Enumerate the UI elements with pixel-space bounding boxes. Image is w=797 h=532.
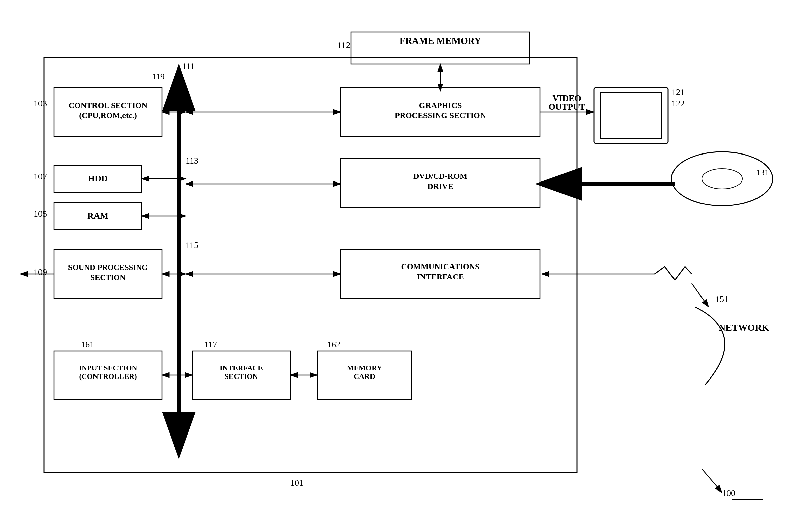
svg-text:115: 115 [186, 240, 198, 250]
svg-text:MEMORY: MEMORY [347, 364, 382, 372]
svg-text:COMMUNICATIONS: COMMUNICATIONS [401, 262, 480, 271]
svg-rect-21 [601, 93, 661, 138]
svg-text:OUTPUT: OUTPUT [549, 102, 585, 112]
svg-text:119: 119 [152, 72, 165, 81]
svg-text:113: 113 [186, 156, 198, 166]
svg-text:121: 121 [671, 88, 685, 97]
svg-text:100: 100 [722, 488, 735, 498]
svg-rect-4 [44, 57, 577, 472]
svg-rect-52 [192, 351, 290, 400]
arrows-svg: FRAME MEMORY CONTROL SECTION (CPU,ROM,et… [14, 14, 783, 519]
svg-rect-28 [341, 158, 540, 207]
svg-text:DRIVE: DRIVE [427, 182, 453, 191]
svg-text:RAM: RAM [88, 211, 108, 221]
svg-rect-35 [54, 250, 162, 299]
svg-text:CARD: CARD [354, 372, 375, 381]
svg-line-84 [702, 469, 722, 493]
svg-text:111: 111 [182, 61, 195, 71]
svg-rect-5 [351, 32, 530, 64]
svg-text:VIDEO: VIDEO [552, 93, 581, 103]
svg-text:161: 161 [81, 340, 94, 349]
svg-text:FRAME MEMORY: FRAME MEMORY [399, 35, 481, 46]
svg-text:SOUND PROCESSING: SOUND PROCESSING [68, 263, 148, 271]
svg-rect-12 [341, 88, 540, 137]
svg-text:117: 117 [204, 340, 217, 349]
svg-text:131: 131 [756, 168, 769, 177]
svg-text:SECTION: SECTION [224, 372, 258, 381]
svg-rect-44 [341, 250, 540, 299]
svg-point-34 [702, 169, 742, 189]
svg-text:112: 112 [337, 40, 350, 50]
svg-text:105: 105 [34, 209, 47, 218]
svg-text:INTERFACE: INTERFACE [417, 272, 464, 281]
svg-text:INTERFACE: INTERFACE [220, 364, 263, 372]
svg-text:PROCESSING SECTION: PROCESSING SECTION [395, 111, 486, 120]
svg-text:GRAPHICS: GRAPHICS [419, 101, 462, 110]
svg-rect-9 [54, 88, 162, 137]
svg-point-33 [671, 152, 773, 206]
svg-rect-22 [54, 165, 142, 192]
svg-rect-56 [317, 351, 412, 400]
svg-text:122: 122 [671, 98, 685, 108]
svg-line-60 [692, 283, 708, 307]
svg-text:HDD: HDD [88, 174, 108, 184]
svg-text:151: 151 [715, 294, 728, 304]
svg-text:101: 101 [290, 478, 303, 488]
svg-text:109: 109 [34, 267, 47, 277]
svg-text:107: 107 [34, 172, 47, 182]
svg-text:(CONTROLLER): (CONTROLLER) [79, 372, 137, 381]
svg-rect-25 [54, 203, 142, 229]
svg-text:INPUT SECTION: INPUT SECTION [79, 364, 137, 372]
svg-text:103: 103 [34, 98, 47, 108]
svg-text:DVD/CD-ROM: DVD/CD-ROM [413, 172, 467, 180]
svg-text:CONTROL SECTION: CONTROL SECTION [69, 101, 148, 110]
svg-text:162: 162 [327, 340, 340, 349]
svg-text:SECTION: SECTION [91, 273, 126, 282]
diagram-container: FRAME MEMORY CONTROL SECTION (CPU,ROM,et… [14, 14, 783, 519]
svg-rect-20 [594, 88, 668, 144]
svg-text:(CPU,ROM,etc.): (CPU,ROM,etc.) [79, 111, 137, 120]
svg-text:NETWORK: NETWORK [719, 322, 769, 332]
svg-rect-49 [54, 351, 162, 400]
